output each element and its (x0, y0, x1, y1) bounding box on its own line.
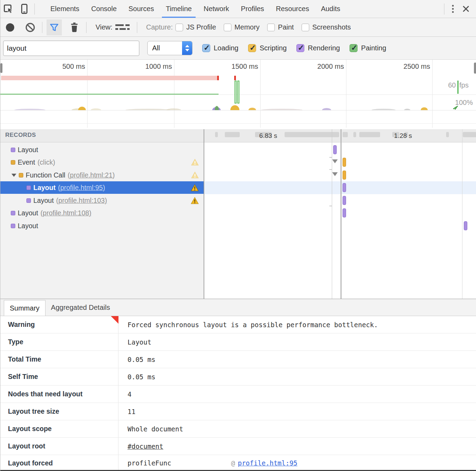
checkbox-icon (302, 24, 309, 31)
graph-expand-arrow-icon[interactable] (332, 159, 338, 163)
tab-timeline[interactable]: Timeline (160, 0, 198, 18)
duration-filter-select[interactable]: All (147, 41, 192, 55)
layout-category-icon (11, 224, 15, 228)
record-label: Event (18, 158, 35, 166)
capture-screenshots-checkbox[interactable]: Screenshots (302, 23, 351, 31)
cpu-hump (371, 109, 396, 110)
summary-value: 0.05 ms (119, 351, 476, 368)
tab-summary[interactable]: Summary (4, 300, 46, 316)
window-left-grip[interactable] (0, 63, 2, 73)
cpu-hump (404, 109, 410, 110)
clear-button[interactable] (23, 19, 38, 35)
graph-bracket-tick (329, 206, 332, 206)
divider (444, 3, 444, 15)
summary-key: Warning (0, 316, 118, 333)
record-row-layout-108[interactable]: Layout (profile.html:108) (0, 207, 204, 219)
ruler-label: 2500 ms (0, 63, 430, 72)
capture-option-label: Paint (278, 23, 294, 31)
record-row-layout-103[interactable]: Layout (profile.html:103) (0, 194, 204, 207)
divider (34, 3, 35, 15)
device-toolbar-icon[interactable] (16, 2, 32, 16)
graph-bar-function-call[interactable] (343, 171, 346, 180)
record-row-layout-last[interactable]: Layout (0, 220, 204, 232)
warning-icon (191, 159, 199, 166)
record-button[interactable] (2, 19, 18, 35)
gridline (432, 60, 433, 128)
overflow-menu-icon[interactable] (446, 3, 459, 15)
warning-corner-icon (111, 316, 118, 324)
checkbox-checked-icon (296, 44, 304, 52)
scripting-filter-checkbox[interactable]: Scripting (248, 44, 287, 52)
graph-bar-layout[interactable] (333, 145, 337, 154)
graph-divider-line (332, 129, 332, 299)
tab-sources[interactable]: Sources (123, 0, 160, 18)
record-row-event-click[interactable]: Event (click) (0, 156, 204, 168)
summary-row-tree-size: Layout tree size 11 (0, 403, 476, 420)
stack-source-link[interactable]: profile.html:95 (238, 459, 297, 467)
details-pane: Summary Aggregated Details Warning Force… (0, 299, 476, 471)
garbage-collect-icon[interactable] (67, 19, 82, 35)
tab-resources[interactable]: Resources (270, 0, 315, 18)
warning-icon (191, 197, 199, 204)
memory-baseline (0, 123, 476, 124)
loading-filter-checkbox[interactable]: Loading (202, 44, 238, 52)
node-link[interactable]: #document (128, 443, 163, 450)
view-mode-icon[interactable] (115, 23, 130, 32)
graph-bar-layout-last[interactable] (464, 221, 467, 230)
pane-splitter[interactable] (204, 129, 204, 299)
tab-network[interactable]: Network (198, 0, 235, 18)
tab-console[interactable]: Console (85, 0, 122, 18)
capture-js-profile-checkbox[interactable]: JS Profile (175, 23, 216, 31)
capture-memory-checkbox[interactable]: Memory (224, 23, 260, 31)
warning-icon (191, 184, 199, 191)
main-tabbar: Elements Console Sources Timeline Networ… (0, 0, 476, 18)
scripting-category-icon (19, 173, 23, 177)
source-link[interactable]: (profile.html:108) (41, 209, 91, 217)
record-row-function-call[interactable]: Function Call (profile.html:21) (0, 169, 204, 181)
records-minimap-band[interactable]: 6.83 s 1.28 s (0, 129, 476, 142)
close-icon[interactable] (459, 3, 473, 15)
network-band (1, 76, 219, 80)
checkbox-icon (267, 24, 275, 31)
tab-profiles[interactable]: Profiles (235, 0, 270, 18)
select-value: All (148, 44, 182, 52)
painting-filter-checkbox[interactable]: Painting (350, 44, 386, 52)
filter-input[interactable] (3, 41, 139, 56)
capture-paint-checkbox[interactable]: Paint (267, 23, 294, 31)
network-end-tick (217, 76, 219, 80)
selected-row-graph-highlight (204, 181, 476, 194)
collapse-arrow-icon[interactable] (11, 174, 16, 177)
inspect-element-icon[interactable] (0, 2, 16, 16)
tab-audits[interactable]: Audits (315, 0, 346, 18)
graph-bar-event[interactable] (343, 158, 346, 167)
record-row-layout-95-selected[interactable]: Layout (profile.html:95) (0, 181, 204, 194)
timeline-overview[interactable]: 500 ms 1000 ms 1500 ms 2000 ms 2500 ms 6… (0, 60, 476, 129)
minimap-record-bar (225, 132, 240, 137)
summary-key: Self Time (0, 368, 118, 385)
tab-aggregated-details[interactable]: Aggregated Details (46, 299, 116, 316)
cpu-hump (166, 108, 181, 110)
fps-line (0, 94, 219, 94)
category-label: Painting (361, 44, 386, 52)
window-right-grip[interactable] (474, 63, 476, 74)
minimap-record-bar (215, 132, 218, 137)
filter-button[interactable] (47, 19, 62, 35)
graph-expand-arrow-icon[interactable] (332, 172, 338, 176)
minimap-record-bar (359, 132, 380, 137)
divider (86, 22, 87, 33)
layout-category-icon (26, 198, 31, 203)
view-label: View: (96, 23, 113, 31)
source-link[interactable]: (profile.html:95) (58, 184, 105, 192)
graph-bar-layout-108[interactable] (343, 208, 346, 217)
graph-bar-layout-103[interactable] (343, 196, 346, 205)
layout-category-icon (11, 211, 15, 215)
record-row-layout[interactable]: Layout (0, 143, 204, 156)
band-time-label: 6.83 s (249, 132, 287, 140)
graph-bar-layout-95[interactable] (343, 183, 346, 192)
rendering-filter-checkbox[interactable]: Rendering (296, 44, 340, 52)
source-link[interactable]: (profile.html:21) (68, 171, 115, 179)
summary-value: Whole document (119, 420, 476, 437)
tab-elements[interactable]: Elements (44, 0, 85, 18)
records-pane: 6.83 s 1.28 s RECORDS Layout Event (clic… (0, 129, 476, 299)
source-link[interactable]: (profile.html:103) (56, 197, 107, 205)
